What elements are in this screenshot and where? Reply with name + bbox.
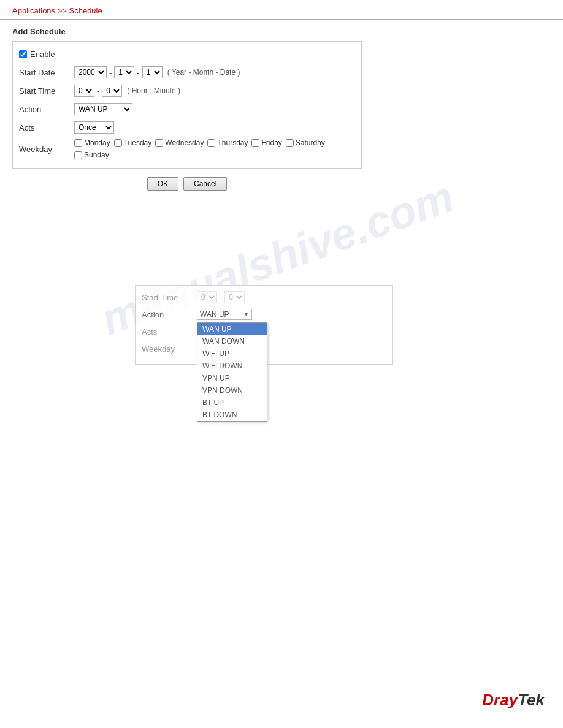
weekday-row: Weekday Monday Tuesday Wednesday Thursda… [19,138,355,159]
month-select[interactable]: 1 [114,66,134,78]
acts-select[interactable]: Once Always [74,121,114,134]
acts-label: Acts [19,123,74,132]
ghost-action-row: Action WAN UP ▼ WAN UP WAN DOWN WiFi UP … [142,308,386,321]
ghost-form: Start Time 0 - 0 Action WAN UP ▼ WAN UP … [135,285,393,365]
action-current-value: WAN UP [200,310,229,319]
weekday-saturday: Saturday [286,138,325,147]
add-schedule-form: Enable Start Date 2000 - 1 - 1 ( Year - … [12,41,362,169]
breadcrumb: Applications >> Schedule [0,0,563,20]
ok-button[interactable]: OK [147,177,178,191]
dropdown-item-wan-down[interactable]: WAN DOWN [197,335,267,347]
action-dropdown-list: WAN UP WAN DOWN WiFi UP WiFi DOWN VPN UP… [197,322,267,422]
dropdown-item-wan-up[interactable]: WAN UP [197,323,267,335]
tuesday-checkbox[interactable] [114,139,122,147]
draytek-logo: DrayTek [482,691,545,710]
enable-row: Enable [19,47,355,61]
minute-select[interactable]: 0 [102,85,122,97]
thursday-checkbox[interactable] [207,139,215,147]
start-time-label: Start Time [19,86,74,96]
acts-row: Acts Once Always [19,120,355,135]
enable-label: Enable [30,50,55,59]
saturday-checkbox[interactable] [286,139,294,147]
date-select[interactable]: 1 [142,66,163,78]
dropdown-arrow-icon: ▼ [243,311,249,317]
enable-checkbox[interactable] [19,50,27,58]
weekday-checkboxes: Monday Tuesday Wednesday Thursday Friday [74,138,355,159]
start-time-hint: ( Hour : Minute ) [127,86,180,95]
hour-select[interactable]: 0 [74,85,94,97]
sunday-checkbox[interactable] [74,151,82,159]
action-control: WAN UP WAN DOWN WiFi UP WiFi DOWN VPN UP… [74,103,132,115]
ghost-hour-select[interactable]: 0 [197,291,217,303]
cancel-button[interactable]: Cancel [183,177,227,191]
button-row: OK Cancel [12,177,362,191]
weekday-wednesday: Wednesday [155,138,204,147]
action-select[interactable]: WAN UP WAN DOWN WiFi UP WiFi DOWN VPN UP… [74,103,132,115]
dropdown-item-wifi-down[interactable]: WiFi DOWN [197,360,267,372]
action-label: Action [19,105,74,114]
weekday-label: Weekday [19,145,74,154]
wednesday-checkbox[interactable] [155,139,163,147]
dropdown-item-vpn-down[interactable]: VPN DOWN [197,384,267,396]
weekday-thursday: Thursday [207,138,248,147]
logo-tek: Tek [518,691,545,709]
monday-checkbox[interactable] [74,139,82,147]
ghost-start-time-row: Start Time 0 - 0 [142,290,386,304]
weekday-friday: Friday [251,138,282,147]
friday-checkbox[interactable] [251,139,259,147]
ghost-acts-label: Acts [142,327,197,336]
section-title: Add Schedule [12,27,551,36]
action-dropdown-container: WAN UP ▼ WAN UP WAN DOWN WiFi UP WiFi DO… [197,309,252,320]
action-row: Action WAN UP WAN DOWN WiFi UP WiFi DOWN… [19,102,355,116]
weekday-tuesday: Tuesday [114,138,152,147]
weekday-sunday: Sunday [74,151,109,159]
start-date-label: Start Date [19,68,74,77]
ghost-action-label: Action [142,310,197,319]
weekday-monday: Monday [74,138,110,147]
dropdown-item-bt-up[interactable]: BT UP [197,396,267,409]
dropdown-item-vpn-up[interactable]: VPN UP [197,372,267,384]
year-select[interactable]: 2000 [74,66,107,78]
dropdown-item-bt-down[interactable]: BT DOWN [197,409,267,421]
ghost-minute-select[interactable]: 0 [224,291,245,303]
start-time-row: Start Time 0 - 0 ( Hour : Minute ) [19,83,355,98]
start-date-hint: ( Year - Month - Date ) [167,68,240,77]
start-date-row: Start Date 2000 - 1 - 1 ( Year - Month -… [19,65,355,80]
action-select-display[interactable]: WAN UP ▼ [197,309,252,320]
acts-control: Once Always [74,121,114,134]
start-date-control: 2000 - 1 - 1 ( Year - Month - Date ) [74,66,240,78]
start-time-control: 0 - 0 ( Hour : Minute ) [74,85,180,97]
logo-dray: Dray [482,691,518,709]
ghost-start-time-label: Start Time [142,293,197,302]
ghost-weekday-label: Weekday [142,344,197,354]
dropdown-item-wifi-up[interactable]: WiFi UP [197,347,267,360]
